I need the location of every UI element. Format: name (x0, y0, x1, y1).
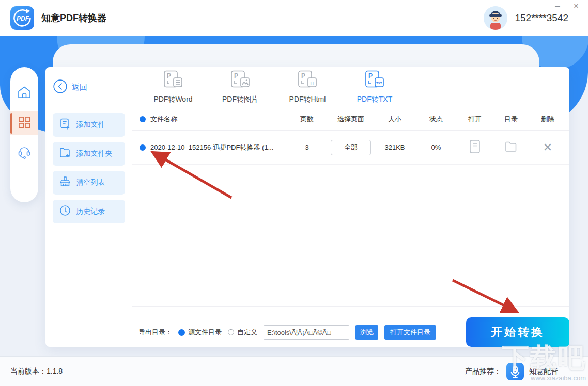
column-select-pages: 选择页面 (328, 115, 374, 124)
pdf-to-word-icon: P (162, 70, 184, 93)
tab-label: PDF转Word (153, 95, 192, 104)
tab-pdf-to-txt[interactable]: P TXT PDF转TXT (341, 67, 408, 107)
sidebar (10, 67, 38, 202)
column-file-name: 文件名称 (150, 115, 177, 124)
column-delete: 删除 (529, 115, 569, 124)
svg-text:P: P (167, 72, 171, 79)
main-panel: 返回 P PDF转Word (45, 67, 569, 347)
column-pages: 页数 (286, 115, 328, 124)
radio-custom-label: 自定义 (237, 328, 257, 337)
radio-source-directory[interactable]: 源文件目录 (178, 328, 222, 337)
tab-label: PDF转图片 (222, 95, 258, 104)
action-label: 添加文件 (76, 120, 105, 130)
open-file-cell[interactable] (457, 139, 493, 155)
column-size: 大小 (374, 115, 415, 124)
action-label: 历史记录 (76, 207, 105, 216)
home-icon (17, 85, 32, 102)
app-window: PDF 知意PDF转换器 152****3542 – × (0, 0, 588, 386)
svg-text:P: P (368, 72, 373, 79)
tab-pdf-to-html[interactable]: P H PDF转Html (274, 67, 341, 107)
delete-x-icon: ✕ (543, 142, 552, 153)
open-file-icon (469, 148, 481, 155)
footer: 当前版本：1.1.8 产品推荐： 知意配音 (0, 356, 588, 386)
history-button[interactable]: 历史记录 (53, 200, 125, 223)
panel-content: 添加文件 添加文件夹 (45, 108, 569, 347)
table-header: 文件名称 页数 选择页面 大小 状态 打开 目录 删除 (132, 108, 569, 131)
pdf-to-txt-icon: P TXT (363, 70, 386, 93)
add-folder-icon (59, 147, 71, 161)
back-label: 返回 (72, 83, 87, 92)
clear-list-icon (59, 175, 71, 190)
back-button[interactable]: 返回 (45, 67, 132, 107)
file-status: 0% (415, 143, 457, 151)
svg-text:H: H (311, 81, 314, 86)
add-file-button[interactable]: 添加文件 (53, 113, 125, 137)
minimize-button[interactable]: – (552, 1, 563, 12)
open-directory-cell[interactable] (493, 140, 529, 154)
svg-text:PDF: PDF (17, 15, 29, 22)
column-open: 打开 (457, 115, 493, 124)
svg-text:P: P (234, 72, 238, 79)
add-folder-button[interactable]: 添加文件夹 (53, 142, 125, 166)
tab-bar: 返回 P PDF转Word (45, 67, 569, 107)
apps-grid-icon (17, 115, 32, 132)
start-convert-button[interactable]: 开始转换 (466, 317, 569, 347)
close-button[interactable]: × (570, 1, 582, 12)
header: PDF 知意PDF转换器 152****3542 (0, 0, 588, 36)
column-directory: 目录 (493, 115, 529, 124)
version-label: 当前版本：1.1.8 (10, 367, 63, 376)
headset-icon (17, 144, 32, 162)
header-bullet-dot (140, 116, 146, 122)
file-name: 2020-12-10_152156-迅捷PDF转换器 (1... (150, 143, 273, 152)
tabs: P PDF转Word P (140, 67, 408, 107)
svg-text:TXT: TXT (376, 82, 382, 85)
pdf-to-html-icon: P H (296, 70, 319, 93)
microphone-app-icon[interactable] (506, 363, 524, 380)
folder-icon (504, 147, 518, 154)
clear-list-button[interactable]: 清空列表 (53, 171, 125, 195)
app-logo-icon: PDF (10, 6, 34, 30)
select-pages-button[interactable]: 全部 (331, 140, 371, 155)
delete-file-cell[interactable]: ✕ (529, 142, 569, 153)
active-indicator (10, 113, 12, 134)
open-file-directory-button[interactable]: 打开文件目录 (384, 325, 436, 340)
file-list-area: 文件名称 页数 选择页面 大小 状态 打开 目录 删除 2020-12-10_1… (132, 108, 569, 347)
radio-selected-icon (178, 329, 185, 336)
user-phone: 152****3542 (515, 12, 568, 24)
app-title: 知意PDF转换器 (41, 12, 106, 24)
sidebar-item-support[interactable] (10, 141, 38, 165)
svg-text:P: P (301, 72, 305, 79)
add-file-icon (59, 118, 71, 132)
history-clock-icon (59, 204, 71, 219)
tab-pdf-to-word[interactable]: P PDF转Word (140, 67, 207, 107)
row-bullet-dot (140, 144, 146, 151)
radio-unselected-icon (228, 329, 234, 335)
file-size: 321KB (374, 143, 415, 151)
back-arrow-icon (53, 79, 67, 95)
action-label: 清空列表 (76, 178, 105, 187)
window-controls: – × (552, 1, 582, 12)
recommend-label: 产品推荐： (465, 367, 501, 376)
action-column: 添加文件 添加文件夹 (45, 108, 132, 347)
export-dir-label: 导出目录： (138, 328, 172, 337)
tab-label: PDF转Html (289, 95, 326, 104)
browse-button[interactable]: 浏览 (355, 325, 378, 340)
table-row[interactable]: 2020-12-10_152156-迅捷PDF转换器 (1... 3 全部 32… (132, 131, 569, 165)
product-recommend: 产品推荐： 知意配音 (465, 363, 558, 380)
radio-source-label: 源文件目录 (188, 328, 222, 337)
file-pages: 3 (286, 143, 328, 151)
column-status: 状态 (415, 115, 457, 124)
tab-pdf-to-image[interactable]: P PDF转图片 (207, 67, 274, 107)
radio-custom-directory[interactable]: 自定义 (228, 328, 257, 337)
pdf-to-image-icon: P (229, 70, 252, 93)
action-label: 添加文件夹 (76, 149, 113, 158)
sidebar-item-home[interactable] (10, 82, 38, 105)
export-path-input[interactable] (264, 325, 349, 340)
tab-label: PDF转TXT (357, 95, 392, 104)
user-avatar (484, 6, 507, 30)
sidebar-item-apps[interactable] (10, 111, 38, 135)
recommend-product-name: 知意配音 (529, 367, 558, 376)
empty-list-space (132, 165, 569, 306)
